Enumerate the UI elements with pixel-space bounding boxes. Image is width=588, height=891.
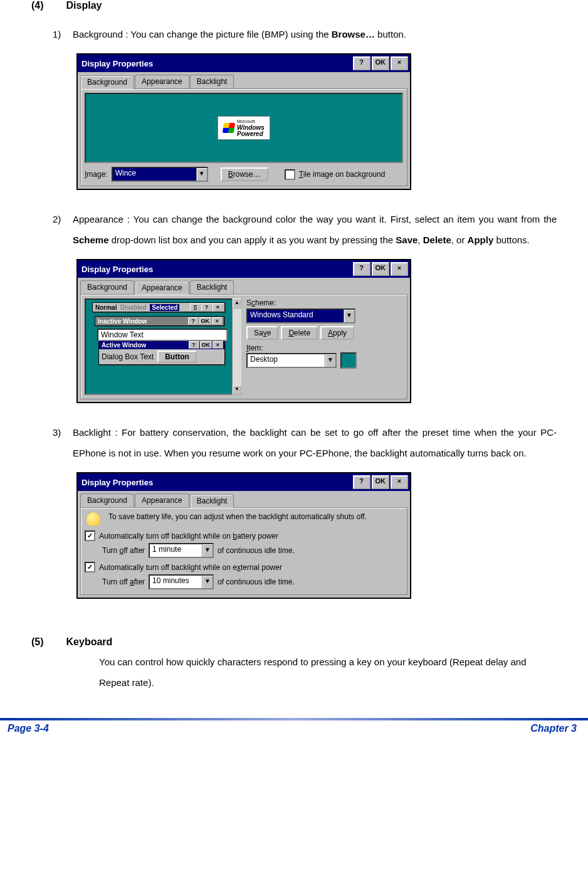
close-button[interactable]: × <box>391 56 408 70</box>
item-3-number: 3) <box>53 422 64 463</box>
item-2: 2) Appearance : You can change the backg… <box>53 209 557 250</box>
backlight-hint: To save battery life, you can adjust whe… <box>108 512 367 522</box>
scroll-up-icon[interactable]: ▲ <box>233 298 241 308</box>
battery-time-combo[interactable]: 1 minute ▼ <box>149 543 214 558</box>
image-label: Image: <box>85 170 108 179</box>
ok-button[interactable]: OK <box>372 475 390 489</box>
help-button[interactable]: ? <box>353 475 370 489</box>
help-button[interactable]: ? <box>353 56 370 70</box>
section-5-number: (5) <box>31 636 44 648</box>
wallpaper-preview: Microsoft Windows Powered <box>85 93 403 163</box>
close-icon: × <box>213 303 223 311</box>
tile-label: Tile image on background <box>299 170 386 179</box>
dialog-titlebar: Display Properties ? OK × <box>78 260 410 278</box>
tab-appearance[interactable]: Appearance <box>135 75 189 88</box>
external-time-combo[interactable]: 10 minutes ▼ <box>149 574 214 589</box>
tab-appearance[interactable]: Appearance <box>135 281 189 295</box>
turnoff-after-label: Turn off after <box>102 546 145 555</box>
battery-checkbox-label: Automatically turn off backlight while o… <box>99 532 278 540</box>
delete-button[interactable]: Delete <box>281 326 318 340</box>
tile-checkbox[interactable] <box>285 169 295 180</box>
tab-backlight[interactable]: Backlight <box>190 280 234 294</box>
tab-background[interactable]: Background <box>80 280 134 294</box>
scheme-label: Scheme: <box>246 298 403 307</box>
battery-checkbox[interactable]: ✓ <box>85 530 95 541</box>
ok-button[interactable]: OK <box>372 262 390 276</box>
preview-button: Button <box>157 351 197 363</box>
doc-icon: ▯ <box>190 303 201 311</box>
dialog-tabs: Background Appearance Backlight <box>78 278 410 294</box>
save-button[interactable]: Save <box>246 326 278 340</box>
page-footer: Page 3-4 Chapter 3 <box>0 720 588 747</box>
preview-scrollbar[interactable]: ▲ ▼ <box>232 298 241 395</box>
turnoff-after-label: Turn off after <box>102 577 145 586</box>
appearance-preview: Normal Disabled Selected ▯ ? × Inactive … <box>85 298 241 395</box>
dialog-titlebar: Display Properties ? OK × <box>78 473 410 491</box>
section-5-title: Keyboard <box>66 636 113 648</box>
dialog-tabs: Background Appearance Backlight <box>78 72 410 88</box>
help-icon: ? <box>201 303 212 311</box>
chevron-down-icon[interactable]: ▼ <box>196 168 207 181</box>
item-3: 3) Backlight : For battery conservation,… <box>53 422 557 463</box>
item-1-number: 1) <box>53 24 64 45</box>
browse-button[interactable]: Browse… <box>221 167 268 181</box>
item-label: Item: <box>246 344 403 352</box>
scheme-combo[interactable]: Windows Standard ▼ <box>246 308 355 324</box>
section-4-number: (4) <box>31 0 44 11</box>
item-2-number: 2) <box>53 209 64 250</box>
tab-background[interactable]: Background <box>80 75 134 89</box>
close-button[interactable]: × <box>391 262 408 276</box>
item-1-text: Background : You can change the picture … <box>73 24 557 45</box>
dialog-title: Display Properties <box>81 59 352 68</box>
dialog-tabs: Background Appearance Backlight <box>78 491 410 507</box>
section-4-heading: (4) Display <box>31 0 557 11</box>
tab-backlight[interactable]: Backlight <box>190 75 234 88</box>
item-3-text: Backlight : For battery conservation, th… <box>73 422 557 463</box>
windows-flag-icon <box>223 123 235 133</box>
keyboard-text: You can control how quickly characters r… <box>99 651 557 693</box>
section-5-heading: (5) Keyboard <box>31 636 557 648</box>
external-checkbox-label: Automatically turn off backlight while o… <box>99 563 282 572</box>
chevron-down-icon[interactable]: ▼ <box>202 576 213 588</box>
section-4-title: Display <box>66 0 102 11</box>
dialog-titlebar: Display Properties ? OK × <box>78 55 410 72</box>
tab-backlight[interactable]: Backlight <box>190 494 234 508</box>
lightbulb-icon <box>85 512 102 527</box>
windows-powered-logo: Microsoft Windows Powered <box>218 116 270 140</box>
item-2-text: Appearance : You can change the backgrou… <box>73 209 557 250</box>
footer-chapter: Chapter 3 <box>530 723 577 734</box>
item-1: 1) Background : You can change the pictu… <box>53 24 557 45</box>
chevron-down-icon[interactable]: ▼ <box>344 310 354 322</box>
image-combo[interactable]: Wince ▼ <box>112 167 208 182</box>
chevron-down-icon[interactable]: ▼ <box>325 354 335 367</box>
tab-appearance[interactable]: Appearance <box>135 493 189 507</box>
external-checkbox[interactable]: ✓ <box>85 562 95 572</box>
help-button[interactable]: ? <box>353 262 370 276</box>
dialog-title: Display Properties <box>81 265 352 274</box>
screenshot-background-dialog: Display Properties ? OK × Background App… <box>76 53 557 190</box>
chevron-down-icon[interactable]: ▼ <box>202 544 213 557</box>
screenshot-appearance-dialog: Display Properties ? OK × Background App… <box>76 259 557 403</box>
footer-page: Page 3-4 <box>8 723 49 734</box>
close-button[interactable]: × <box>391 475 408 489</box>
scroll-down-icon[interactable]: ▼ <box>233 385 241 395</box>
ok-button[interactable]: OK <box>372 56 390 70</box>
apply-button[interactable]: Apply <box>320 326 354 340</box>
color-swatch[interactable] <box>340 352 357 369</box>
dialog-title: Display Properties <box>81 478 352 487</box>
screenshot-backlight-dialog: Display Properties ? OK × Background App… <box>76 472 557 599</box>
item-combo[interactable]: Desktop ▼ <box>246 353 337 368</box>
tab-background[interactable]: Background <box>80 493 134 507</box>
